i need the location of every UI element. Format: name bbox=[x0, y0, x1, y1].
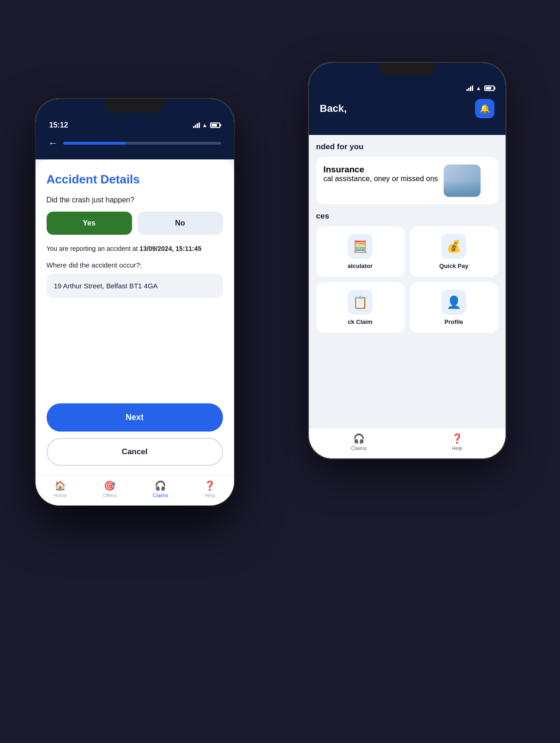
quick-pay-icon: 💰 bbox=[441, 234, 466, 259]
claims-nav-icon: 🎧 bbox=[155, 480, 166, 491]
nav-item-home[interactable]: 🏠 Home bbox=[54, 480, 67, 498]
insurance-title: Insurance bbox=[324, 164, 438, 175]
claims-nav-label: Claims bbox=[153, 493, 169, 498]
phone-front: 15:12 ▲ ← bbox=[36, 99, 234, 505]
greeting-row: Back, 🔔 bbox=[320, 94, 494, 126]
claims-nav-label-back: Claims bbox=[351, 445, 367, 451]
nav-item-claims[interactable]: 🎧 Claims bbox=[153, 480, 169, 498]
battery-icon bbox=[484, 85, 494, 91]
calculator-label: alculator bbox=[348, 262, 373, 269]
insurance-desc: cal assistance, oney or missed ons bbox=[324, 175, 438, 183]
quick-claim-label: ck Claim bbox=[348, 318, 372, 325]
yes-button[interactable]: Yes bbox=[47, 212, 132, 235]
quick-claim-icon: 📋 bbox=[348, 290, 373, 315]
status-bar-back: ▲ bbox=[320, 79, 494, 94]
location-input[interactable] bbox=[47, 274, 223, 298]
battery-icon-front bbox=[210, 122, 220, 128]
back-phone-body: nded for you Insurance cal assistance, o… bbox=[309, 135, 506, 428]
progress-bar-fill bbox=[63, 142, 126, 145]
service-item-calculator[interactable]: 🧮 alculator bbox=[316, 226, 404, 277]
front-phone-body: Accident Details Did the crash just happ… bbox=[36, 159, 234, 475]
help-nav-icon-back: ❓ bbox=[452, 433, 463, 444]
signal-icon bbox=[466, 85, 473, 91]
nav-item-claims-back[interactable]: 🎧 Claims bbox=[351, 433, 367, 451]
back-phone-nav: 🎧 Claims ❓ Help bbox=[309, 428, 506, 458]
notch-back bbox=[379, 63, 435, 76]
nav-item-offers[interactable]: 🎯 Offers bbox=[103, 480, 117, 498]
insurance-card[interactable]: Insurance cal assistance, oney or missed… bbox=[316, 157, 498, 204]
help-nav-icon: ❓ bbox=[204, 480, 216, 491]
notification-bell-button[interactable]: 🔔 bbox=[475, 99, 494, 118]
wifi-icon-front: ▲ bbox=[202, 122, 208, 128]
accident-details-title: Accident Details bbox=[47, 172, 223, 187]
service-item-quick-claim[interactable]: 📋 ck Claim bbox=[316, 282, 404, 333]
next-button[interactable]: Next bbox=[47, 403, 223, 432]
no-button[interactable]: No bbox=[138, 212, 223, 235]
notch-front bbox=[105, 99, 165, 113]
scene: ▲ Back, 🔔 nded for you Insurance bbox=[26, 25, 534, 718]
recommended-section: nded for you Insurance cal assistance, o… bbox=[316, 142, 498, 204]
service-item-quick-pay[interactable]: 💰 Quick Pay bbox=[410, 226, 498, 277]
services-grid: 🧮 alculator 💰 Quick Pay 📋 ck Claim bbox=[316, 226, 498, 333]
home-nav-label: Home bbox=[54, 493, 67, 498]
reporting-prefix: You are reporting an accident at bbox=[47, 245, 140, 252]
front-phone-nav: 🏠 Home 🎯 Offers 🎧 Claims ❓ Help bbox=[36, 475, 234, 505]
status-icons-front: ▲ bbox=[193, 122, 220, 128]
back-arrow-button[interactable]: ← bbox=[48, 138, 58, 148]
offers-nav-label: Offers bbox=[103, 493, 117, 498]
home-nav-icon: 🏠 bbox=[54, 480, 66, 491]
insurance-image bbox=[444, 164, 481, 197]
status-bar-front: 15:12 ▲ bbox=[47, 115, 223, 133]
nav-item-help-back[interactable]: ❓ Help bbox=[452, 433, 463, 451]
profile-label: Profile bbox=[445, 318, 463, 325]
back-phone-header: ▲ Back, 🔔 bbox=[309, 63, 506, 135]
progress-row: ← bbox=[47, 133, 223, 150]
profile-icon: 👤 bbox=[441, 290, 466, 315]
signal-icon-front bbox=[193, 122, 200, 128]
services-title: ces bbox=[316, 212, 498, 221]
help-nav-label: Help bbox=[205, 493, 216, 498]
offers-nav-icon: 🎯 bbox=[104, 480, 115, 491]
recommended-title: nded for you bbox=[316, 142, 498, 152]
where-question: Where did the accident occur?: bbox=[47, 261, 223, 269]
front-phone-header: 15:12 ▲ ← bbox=[36, 99, 234, 159]
phone-back: ▲ Back, 🔔 nded for you Insurance bbox=[308, 62, 506, 459]
status-time: 15:12 bbox=[49, 121, 68, 129]
calculator-icon: 🧮 bbox=[348, 234, 373, 259]
crash-question: Did the crash just happen? bbox=[47, 196, 223, 204]
reporting-text: You are reporting an accident at 13/09/2… bbox=[47, 244, 223, 254]
insurance-text: Insurance cal assistance, oney or missed… bbox=[324, 164, 438, 183]
quick-pay-label: Quick Pay bbox=[440, 262, 469, 269]
help-nav-label-back: Help bbox=[452, 445, 463, 451]
cancel-button[interactable]: Cancel bbox=[47, 438, 223, 466]
wifi-icon: ▲ bbox=[476, 85, 482, 91]
yes-no-row: Yes No bbox=[47, 212, 223, 235]
reporting-datetime: 13/09/2024, 15:11:45 bbox=[139, 245, 201, 252]
claims-nav-icon-back: 🎧 bbox=[353, 433, 365, 444]
service-item-profile[interactable]: 👤 Profile bbox=[410, 282, 498, 333]
greeting-text: Back, bbox=[320, 103, 347, 115]
services-section: ces 🧮 alculator 💰 Quick Pay 📋 ck Clai bbox=[316, 212, 498, 333]
progress-bar-container bbox=[63, 142, 221, 145]
nav-item-help[interactable]: ❓ Help bbox=[204, 480, 216, 498]
